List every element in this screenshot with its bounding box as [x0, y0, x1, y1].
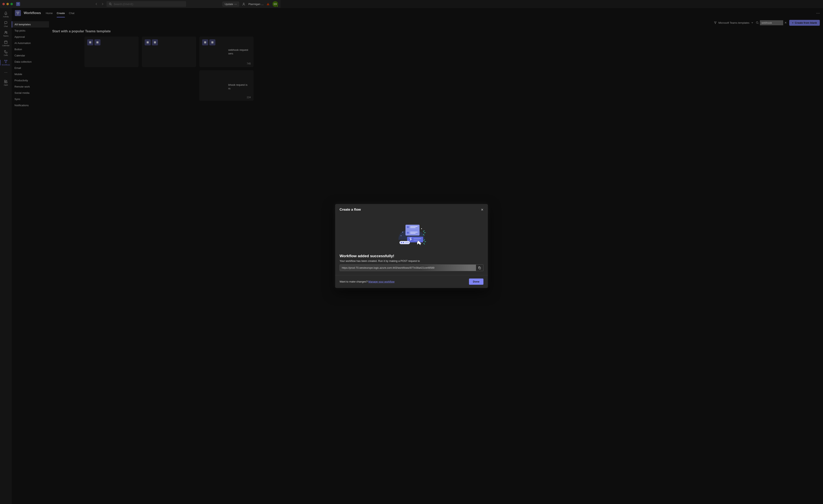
modal-backdrop: Create a flow ✕: [0, 0, 281, 172]
